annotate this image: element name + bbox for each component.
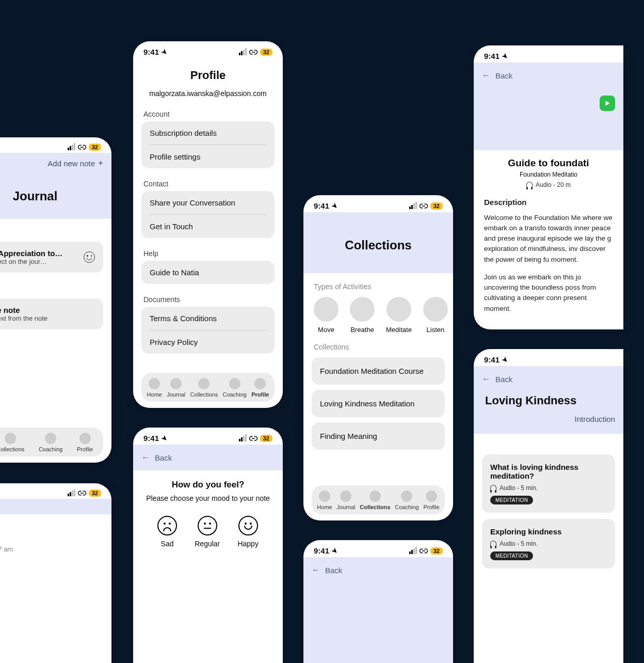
tab-bar: Journal Collections Coaching Profile	[0, 428, 103, 456]
tab-bar: Home Journal Collections Coaching Profil…	[312, 485, 445, 514]
guide-subtitle: Foundation Meditatio	[474, 171, 623, 178]
location-icon: ➤	[160, 433, 169, 443]
collection-item[interactable]: Finding Meaning	[312, 422, 445, 450]
play-button[interactable]	[600, 96, 615, 111]
signal-icon	[409, 548, 417, 554]
note-preview: oday, I reflect on the jour…	[0, 258, 79, 265]
mood-sad[interactable]: Sad	[157, 516, 177, 548]
tab-profile[interactable]: Profile	[77, 433, 93, 452]
note-body-fragment: ting	[0, 558, 111, 567]
location-icon: ➤	[501, 355, 510, 364]
mood-happy[interactable]: Happy	[237, 516, 258, 548]
location-icon: ➤	[330, 546, 340, 555]
tab-collections[interactable]: Collections	[0, 433, 24, 452]
activity-listen[interactable]: Listen	[423, 297, 448, 334]
status-time: 9:41	[314, 546, 329, 555]
tab-bar: Home Journal Collections Coaching Profil…	[141, 373, 275, 402]
tab-journal[interactable]: Journal	[167, 378, 185, 398]
row-guide[interactable]: Guide to Natia	[150, 261, 266, 284]
back-label: Back	[325, 566, 342, 575]
happy-face-icon	[238, 516, 258, 535]
status-bar: 32	[0, 137, 111, 153]
back-button[interactable]: ← Back	[482, 68, 615, 83]
lesson-badge: MEDITATION	[490, 551, 533, 560]
status-bar: 9:41 ➤ 32	[133, 41, 283, 58]
collection-item[interactable]: Foundation Meditation Course	[312, 357, 445, 385]
tab-journal[interactable]: Journal	[336, 491, 355, 510]
status-time: 9:41	[314, 201, 329, 210]
tab-profile[interactable]: Profile	[251, 378, 269, 398]
section-account: Account	[133, 110, 283, 118]
link-icon	[77, 490, 87, 496]
note-card[interactable]: itle of the note art of the text from th…	[0, 298, 103, 329]
collection-item[interactable]: Loving Kindness Meditation	[312, 390, 445, 417]
status-bar: 9:41 ➤ 32	[303, 540, 453, 557]
row-subscription[interactable]: Subscription details	[150, 121, 266, 145]
row-profile-settings[interactable]: Profile settings	[150, 145, 266, 168]
activity-icon	[423, 297, 448, 322]
tab-coaching[interactable]: Coaching	[39, 433, 62, 452]
date-group: er 2023	[0, 353, 111, 371]
guide-title: Guide to foundati	[474, 157, 623, 169]
status-time: 9:41	[143, 48, 159, 56]
row-terms[interactable]: Terms & Conditions	[150, 307, 266, 330]
lesson-meta: Audio - 5 min.	[500, 540, 538, 547]
headphone-icon	[490, 541, 496, 547]
tab-home[interactable]: Home	[317, 491, 332, 510]
signal-icon	[239, 435, 247, 441]
mood-happy-icon	[84, 251, 95, 263]
back-button[interactable]: ← Back	[482, 371, 615, 387]
activity-breathe[interactable]: Breathe	[350, 297, 375, 334]
activity-meditate[interactable]: Meditate	[386, 297, 412, 334]
location-icon: ➤	[160, 47, 169, 56]
tab-profile[interactable]: Profile	[423, 491, 439, 510]
arrow-left-icon: ←	[482, 71, 490, 80]
lesson-title: Exploring kindness	[490, 527, 607, 536]
page-title: Profile	[133, 69, 283, 82]
add-note-label: Add new note	[47, 159, 95, 168]
lesson-badge: MEDITATION	[490, 496, 533, 504]
lk-intro-link[interactable]: Introduction	[482, 415, 615, 423]
activity-icon	[387, 297, 411, 322]
row-get-in-touch[interactable]: Get in Touch	[150, 214, 266, 238]
arrow-left-icon: ←	[141, 453, 150, 462]
row-privacy[interactable]: Privacy Policy	[150, 330, 266, 354]
status-time: 9:41	[484, 355, 500, 364]
battery-badge: 32	[260, 435, 272, 442]
tab-home[interactable]: Home	[147, 378, 162, 398]
description-heading: Description	[484, 197, 613, 209]
status-time: 9:41	[484, 52, 500, 60]
back-label: Back	[495, 375, 512, 384]
signal-icon	[239, 49, 247, 55]
battery-badge: 32	[89, 144, 101, 151]
arrow-left-icon: ←	[482, 374, 490, 384]
signal-icon	[409, 203, 417, 209]
activity-move[interactable]: Move	[314, 297, 339, 334]
status-time: 9:41	[143, 434, 159, 443]
tab-coaching[interactable]: Coaching	[395, 491, 418, 510]
lesson-card[interactable]: Exploring kindness Audio - 5 min. MEDITA…	[482, 519, 615, 569]
profile-email: malgorzata.iwanska@elpassion.com	[133, 89, 283, 98]
tab-collections[interactable]: Collections	[190, 378, 218, 398]
section-documents: Documents	[133, 295, 283, 304]
note-card[interactable]: ove and Appreciation to… oday, I reflect…	[0, 242, 103, 273]
lesson-card[interactable]: What is loving kindness meditation? Audi…	[482, 454, 615, 513]
activity-icon	[314, 297, 339, 322]
add-note-button[interactable]: Add new note +	[0, 158, 103, 168]
back-button[interactable]: ← Back	[141, 450, 275, 465]
note-preview: art of the text from the note	[0, 314, 95, 322]
tab-coaching[interactable]: Coaching	[222, 378, 246, 398]
tab-collections[interactable]: Collections	[360, 491, 390, 510]
audio-meta: Audio - 20 m	[536, 181, 571, 188]
status-bar: 9:41 ➤	[474, 349, 623, 366]
link-icon	[249, 435, 258, 441]
link-icon	[419, 203, 428, 209]
link-icon	[77, 144, 87, 150]
mood-question: How do you feel?	[141, 480, 275, 490]
back-label: Back	[495, 71, 512, 80]
row-share-conversation[interactable]: Share your Conversation	[150, 191, 266, 214]
back-button[interactable]: ← Back	[312, 562, 445, 578]
mood-regular[interactable]: Regular	[195, 516, 220, 548]
battery-badge: 32	[430, 547, 443, 555]
neutral-face-icon	[198, 516, 217, 535]
